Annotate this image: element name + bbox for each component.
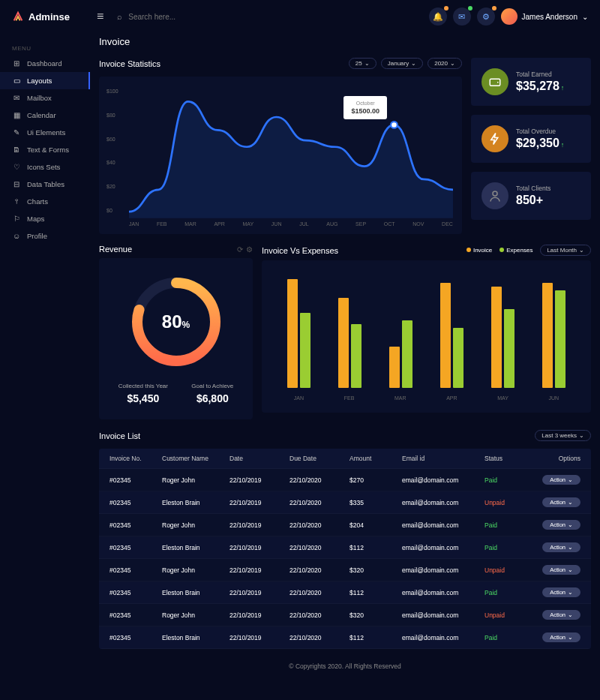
nav-icon: ⫯: [12, 197, 21, 206]
invoice-table: Invoice No. Customer Name Date Due Date …: [99, 449, 591, 649]
sidebar-item-data-tables[interactable]: ⊟Data Tables: [0, 176, 90, 193]
notifications-button[interactable]: 🔔: [429, 8, 447, 26]
chevron-down-icon: ⌄: [568, 544, 573, 551]
chevron-down-icon: ⌄: [579, 247, 584, 254]
nav-label: Calendar: [27, 111, 56, 119]
gear-icon[interactable]: ⚙: [246, 245, 253, 254]
line-chart: $100$80$60$40$20$0 October $1500.00 JANF…: [99, 77, 462, 234]
table-row: #02345Roger John22/10/201922/10/2020$270…: [99, 469, 591, 491]
table-row: #02345Roger John22/10/201922/10/2020$320…: [99, 604, 591, 626]
year-select[interactable]: 2020⌄: [428, 58, 462, 69]
sidebar-title: MENU: [0, 42, 90, 55]
table-row: #02345Eleston Brain22/10/201922/10/2020$…: [99, 491, 591, 514]
nav-label: Charts: [27, 197, 48, 206]
vs-title: Invoice Vs Expenses: [262, 246, 338, 255]
action-button[interactable]: Action ⌄: [542, 520, 580, 530]
messages-button[interactable]: ✉: [453, 8, 471, 26]
action-button[interactable]: Action ⌄: [542, 475, 580, 485]
nav-icon: ⚐: [12, 215, 21, 223]
menu-toggle-icon[interactable]: ≡: [97, 10, 104, 23]
sidebar-item-calendar[interactable]: ▦Calendar: [0, 107, 90, 124]
nav-icon: ✎: [12, 128, 21, 137]
user-icon: [482, 182, 508, 209]
chevron-down-icon: ⌄: [568, 476, 573, 483]
month-select[interactable]: January⌄: [381, 58, 423, 69]
nav-icon: ⊟: [12, 180, 21, 188]
search[interactable]: ⌕: [117, 12, 233, 21]
sidebar-item-maps[interactable]: ⚐Maps: [0, 210, 90, 227]
line-chart-svg: [129, 89, 453, 218]
nav-label: Dashboard: [27, 59, 62, 68]
action-button[interactable]: Action ⌄: [542, 497, 580, 507]
page-title: Invoice: [99, 36, 591, 47]
revenue-donut: 80%: [128, 273, 225, 371]
table-header-row: Invoice No. Customer Name Date Due Date …: [99, 449, 591, 469]
collected-label: Collected this Year: [118, 383, 168, 389]
svg-point-0: [391, 122, 398, 128]
goal-label: Goal to Achieve: [191, 383, 233, 389]
sidebar-item-profile[interactable]: ☺Profile: [0, 227, 90, 245]
action-button[interactable]: Action ⌄: [542, 632, 580, 642]
nav-label: Ui Elements: [27, 128, 65, 137]
nav-label: Maps: [27, 215, 44, 223]
search-input[interactable]: [128, 13, 233, 21]
chevron-down-icon: ⌄: [568, 566, 573, 573]
user-menu[interactable]: James Anderson ⌄: [501, 8, 589, 25]
action-button[interactable]: Action ⌄: [542, 587, 580, 597]
table-row: #02345Roger John22/10/201922/10/2020$320…: [99, 559, 591, 581]
sidebar-item-layouts[interactable]: ▭Layouts: [0, 72, 90, 89]
nav-label: Icons Sets: [27, 163, 60, 171]
svg-rect-1: [490, 79, 500, 86]
wallet-icon: [482, 68, 508, 95]
invoice-list-title: Invoice List: [99, 431, 140, 440]
table-row: #02345Eleston Brain22/10/201922/10/2020$…: [99, 581, 591, 604]
brand-logo[interactable]: Adminse: [12, 11, 70, 23]
sidebar-item-ui-elements[interactable]: ✎Ui Elements: [0, 124, 90, 141]
svg-point-2: [493, 191, 497, 196]
nav-icon: ▦: [12, 111, 21, 119]
chart-tooltip: October $1500.00: [344, 96, 387, 119]
chevron-down-icon: ⌄: [568, 499, 573, 506]
sidebar-item-text-&-forms[interactable]: 🗎Text & Forms: [0, 141, 90, 158]
revenue-title: Revenue: [99, 245, 132, 254]
bar-expenses: [351, 324, 362, 388]
action-button[interactable]: Action ⌄: [542, 542, 580, 552]
list-filter[interactable]: Last 3 weeks⌄: [535, 430, 591, 441]
sidebar-item-icons-sets[interactable]: ♡Icons Sets: [0, 158, 90, 176]
collected-value: $5,450: [118, 392, 168, 404]
action-button[interactable]: Action ⌄: [542, 565, 580, 575]
chevron-down-icon: ⌄: [568, 611, 573, 618]
bar-expenses: [555, 290, 566, 388]
nav-icon: ⊞: [12, 59, 21, 68]
bar-expenses: [300, 313, 310, 388]
chevron-down-icon: ⌄: [582, 13, 588, 21]
action-button[interactable]: Action ⌄: [542, 610, 580, 620]
sidebar-item-mailbox[interactable]: ✉Mailbox: [0, 89, 90, 107]
bar-invoice: [491, 287, 502, 388]
legend-invoice: Invoice: [466, 247, 492, 254]
kpi-total-overdue: Total Overdue$29,350↑: [471, 115, 591, 163]
search-icon: ⌕: [117, 12, 122, 21]
sidebar-item-dashboard[interactable]: ⊞Dashboard: [0, 55, 90, 72]
vs-filter[interactable]: Last Month⌄: [540, 245, 591, 256]
refresh-icon[interactable]: ⟳: [237, 245, 243, 254]
nav-icon: ✉: [12, 94, 21, 102]
legend-expenses: Expenses: [500, 247, 532, 254]
nav-label: Data Tables: [27, 180, 64, 188]
sidebar-item-charts[interactable]: ⫯Charts: [0, 193, 90, 210]
nav-icon: ▭: [12, 77, 21, 85]
chevron-down-icon: ⌄: [579, 432, 584, 439]
chevron-down-icon: ⌄: [411, 60, 416, 67]
table-row: #02345Eleston Brain22/10/201922/10/2020$…: [99, 626, 591, 649]
kpi-total-earned: Total Earned$35,278↑: [471, 58, 591, 106]
chevron-down-icon: ⌄: [568, 521, 573, 528]
nav-icon: ♡: [12, 163, 21, 171]
sidebar: MENU ⊞Dashboard▭Layouts✉Mailbox▦Calendar…: [0, 33, 90, 698]
bar-invoice: [287, 279, 298, 388]
nav-label: Mailbox: [27, 94, 52, 102]
chevron-down-icon: ⌄: [364, 60, 370, 67]
settings-button[interactable]: ⚙: [477, 8, 495, 26]
count-select[interactable]: 25⌄: [349, 58, 376, 69]
nav-icon: 🗎: [12, 146, 21, 154]
nav-icon: ☺: [12, 232, 21, 240]
